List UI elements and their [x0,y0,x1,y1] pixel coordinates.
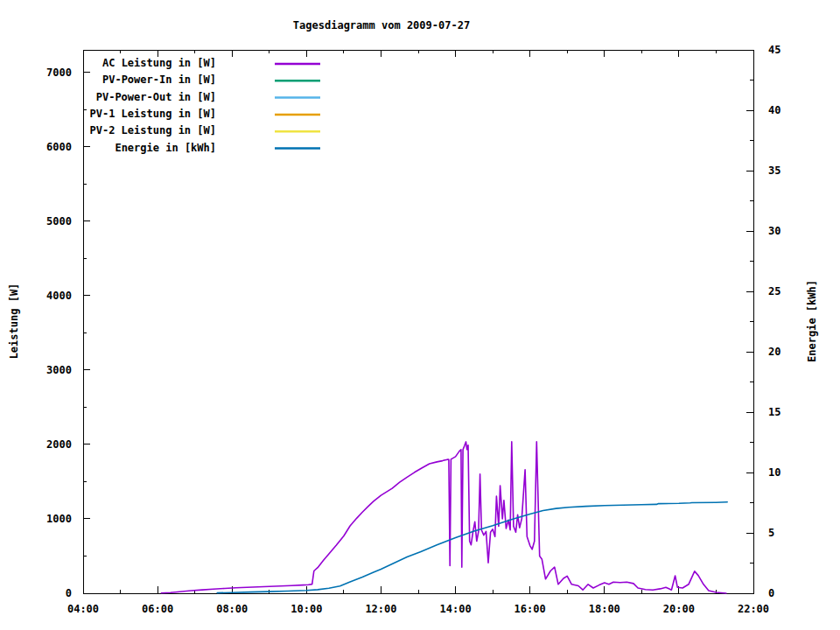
y-right-tick-label: 15 [768,406,780,418]
y-left-tick-label: 2000 [0,438,72,451]
legend-item-label: AC Leistung in [W] [0,57,216,69]
y-left-tick-label: 5000 [0,215,72,228]
y-axis-label-right: Energie [kWh] [806,280,818,362]
y-right-tick-label: 25 [768,285,780,298]
y-right-tick-label: 20 [768,346,780,358]
chart-title: Tagesdiagramm vom 2009-07-27 [293,19,470,32]
legend-item-label: PV-1 Leistung in [W] [0,108,216,120]
y-right-tick-label: 40 [768,104,780,116]
x-tick-label: 14:00 [428,603,484,615]
y-right-tick-label: 10 [768,466,780,479]
legend-item-label: PV-Power-Out in [W] [0,91,216,103]
x-tick-label: 20:00 [651,603,707,615]
y-right-tick-label: 45 [768,44,780,56]
y-right-tick-label: 30 [768,225,780,237]
y-left-tick-label: 4000 [0,290,72,302]
legend-item-label: Energie in [kWh] [0,142,216,154]
y-left-tick-label: 3000 [0,364,72,376]
x-tick-label: 18:00 [577,603,633,615]
x-tick-label: 10:00 [278,603,334,615]
series-curve-energie [217,502,727,593]
x-tick-label: 06:00 [130,603,186,615]
y-left-tick-label: 1000 [0,513,72,525]
x-tick-label: 16:00 [502,603,558,615]
legend-item-label: PV-Power-In in [W] [0,74,216,86]
y-right-tick-label: 0 [768,587,774,599]
x-tick-label: 22:00 [725,603,781,615]
legend-item-label: PV-2 Leistung in [W] [0,124,216,136]
x-tick-label: 04:00 [55,603,111,615]
x-tick-label: 08:00 [204,603,260,615]
y-left-tick-label: 0 [0,587,72,599]
y-right-tick-label: 35 [768,164,780,177]
y-right-tick-label: 5 [768,527,774,539]
chart-canvas: Tagesdiagramm vom 2009-07-27 Leistung [W… [0,0,840,630]
series-curve-ac-leistung [161,442,726,593]
x-tick-label: 12:00 [353,603,409,615]
